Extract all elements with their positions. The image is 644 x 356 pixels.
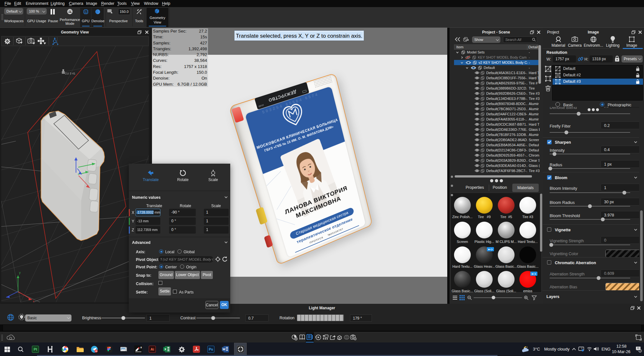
svg-text:x: x (165, 347, 166, 351)
svg-text:P: P (69, 11, 71, 13)
svg-text:y: y (19, 271, 21, 274)
svg-text:2: 2 (639, 350, 641, 352)
svg-text:G: G (85, 11, 87, 13)
svg-text:CU 3 41: CU 3 41 (65, 72, 75, 75)
svg-text:W: W (223, 348, 225, 351)
svg-text:8: 8 (140, 346, 142, 349)
svg-text:.41: .41 (95, 350, 98, 352)
svg-text:x: x (33, 300, 34, 302)
